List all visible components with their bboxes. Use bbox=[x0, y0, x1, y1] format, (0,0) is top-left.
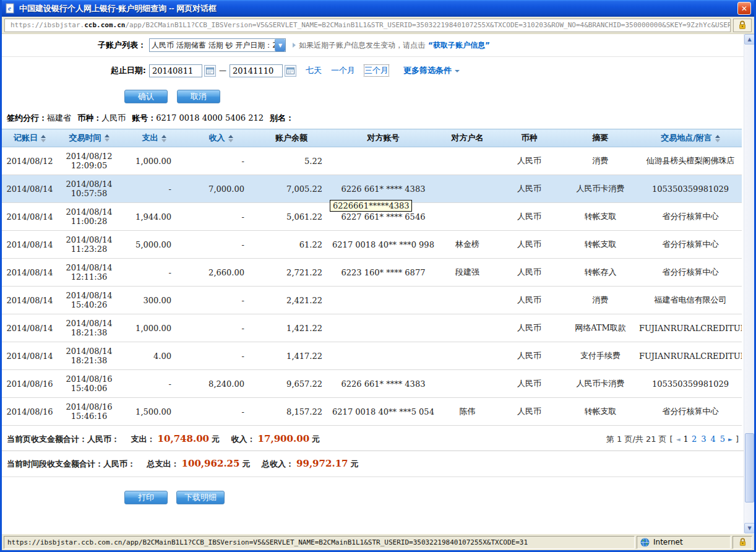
cell: 2014/08/16 bbox=[2, 398, 58, 426]
scroll-up-icon[interactable]: ▲ bbox=[744, 34, 754, 45]
bullet-triangle-icon bbox=[293, 43, 296, 48]
download-details-button[interactable]: 下载明细 bbox=[176, 491, 225, 504]
table-row[interactable]: 2014/08/142014/08/1418:21:384.00-1,417.2… bbox=[2, 342, 742, 370]
cell: 人民币 bbox=[497, 287, 562, 314]
table-body: 2014/08/122014/08/1212:09:051,000.00-5.2… bbox=[2, 147, 742, 426]
chevron-down-icon[interactable]: ▼ bbox=[275, 39, 285, 51]
cell: 转帐支取 bbox=[562, 398, 639, 426]
table-row[interactable]: 2014/08/162014/08/1615:46:161,500.00-8,1… bbox=[2, 398, 742, 426]
cell: 人民币 bbox=[497, 342, 562, 370]
column-header-6: 对方户名 bbox=[438, 129, 497, 147]
bracket-close: ] bbox=[736, 434, 739, 444]
table-row[interactable]: 2014/08/142014/08/1418:21:381,000.00-1,4… bbox=[2, 314, 742, 342]
column-header-0[interactable]: 记账日 bbox=[2, 129, 58, 147]
cell: 2014/08/1415:40:26 bbox=[58, 287, 121, 314]
cell: 2,660.00 bbox=[187, 259, 254, 287]
cell: 段建强 bbox=[438, 259, 497, 287]
action-buttons-row: 打印 下载明细 bbox=[2, 491, 744, 504]
cell: 省分行核算中心 bbox=[639, 259, 742, 287]
cell: 2014/08/14 bbox=[2, 287, 58, 314]
calendar-to-button[interactable] bbox=[285, 65, 296, 77]
close-button[interactable]: ✕ bbox=[737, 2, 751, 15]
range-link-1month[interactable]: 一个月 bbox=[331, 65, 355, 76]
sort-icon[interactable] bbox=[228, 135, 233, 142]
refresh-subaccount-link[interactable]: “获取子账户信息” bbox=[428, 40, 490, 51]
cell: 105350359981029 bbox=[639, 175, 742, 203]
sort-icon[interactable] bbox=[715, 135, 720, 142]
cell: 1,417.22 bbox=[254, 342, 329, 370]
cell: 2,421.22 bbox=[254, 287, 329, 314]
page-count-text: 第 1 页/共 21 页 bbox=[606, 434, 667, 445]
cell: 人民币 bbox=[497, 398, 562, 426]
column-header-9[interactable]: 交易地点/附言 bbox=[639, 129, 742, 147]
account-label: 账号： bbox=[132, 113, 156, 123]
calendar-from-button[interactable] bbox=[204, 65, 216, 77]
current-page: 1 bbox=[684, 434, 689, 444]
sort-icon[interactable] bbox=[105, 134, 110, 142]
cell: - bbox=[121, 370, 187, 398]
column-header-1[interactable]: 交易时间 bbox=[58, 129, 121, 147]
range-link-7days[interactable]: 七天 bbox=[306, 65, 322, 76]
page-link-2[interactable]: 2 bbox=[692, 434, 697, 444]
cell: 5.22 bbox=[254, 147, 329, 175]
cancel-button[interactable]: 取消 bbox=[177, 90, 220, 103]
print-button[interactable]: 打印 bbox=[124, 491, 168, 504]
cell: 省分行核算中心 bbox=[639, 398, 742, 426]
table-row[interactable]: 2014/08/122014/08/1212:09:051,000.00-5.2… bbox=[2, 147, 742, 175]
period-out-amount: 100,962.25 bbox=[182, 458, 240, 469]
window-title: 中国建设银行个人网上银行-账户明细查询 -- 网页对话框 bbox=[19, 3, 734, 14]
prev-page-icon[interactable]: ◄ bbox=[676, 436, 681, 442]
status-lock-zone bbox=[732, 536, 752, 549]
subaccount-selected-value: 人民币 活期储蓄 活期 钞 开户日期：20140409 bbox=[150, 40, 275, 51]
subaccount-select[interactable]: 人民币 活期储蓄 活期 钞 开户日期：20140409 ▼ bbox=[149, 38, 286, 52]
cell: 消费 bbox=[562, 147, 639, 175]
table-row[interactable]: 2014/08/142014/08/1415:40:26300.00-2,421… bbox=[2, 287, 742, 314]
cell: 消费 bbox=[562, 287, 639, 314]
column-header-3[interactable]: 收入 bbox=[187, 129, 254, 147]
cell: 转帐支取 bbox=[562, 231, 639, 259]
table-row[interactable]: 2014/08/142014/08/1411:23:285,000.00-61.… bbox=[2, 231, 742, 259]
column-header-2[interactable]: 支出 bbox=[121, 129, 187, 147]
period-summary-row: 当前时间段收支金额合计：人民币： 总支出：100,962.25元 总收入：99,… bbox=[2, 451, 744, 477]
status-url: https://ibsbjstar.ccb.com.cn/app/B2CMain… bbox=[7, 538, 528, 546]
table-row[interactable]: 2014/08/162014/08/1615:40:06-8,240.009,6… bbox=[2, 370, 742, 398]
cell: - bbox=[187, 287, 254, 314]
table-row[interactable]: 2014/08/142014/08/1410:57:58-7,000.007,0… bbox=[2, 175, 742, 203]
page-link-4[interactable]: 4 bbox=[710, 434, 715, 444]
period-in-amount: 99,972.17 bbox=[296, 458, 348, 469]
sort-icon[interactable] bbox=[161, 135, 166, 142]
form-buttons-row: 确认 取消 bbox=[2, 90, 744, 103]
address-field[interactable]: https://ibsbjstar.ccb.com.cn/app/B2CMain… bbox=[4, 19, 731, 32]
cell: - bbox=[187, 342, 254, 370]
page-link-5[interactable]: 5 bbox=[720, 434, 725, 444]
range-link-3months[interactable]: 三个月 bbox=[364, 65, 389, 76]
cell: 2014/08/14 bbox=[2, 175, 58, 203]
confirm-button[interactable]: 确认 bbox=[124, 90, 168, 103]
vertical-scrollbar[interactable]: ▲ ▼ bbox=[744, 34, 754, 533]
scroll-down-icon[interactable]: ▼ bbox=[744, 523, 754, 533]
table-row[interactable]: 2014/08/142014/08/1412:11:36-2,660.002,7… bbox=[2, 259, 742, 287]
cell: 仙游县榜头檀梨阁佛珠店 bbox=[639, 147, 742, 175]
date-to-input[interactable] bbox=[230, 64, 283, 77]
more-filters-link[interactable]: 更多筛选条件 bbox=[403, 65, 460, 76]
cell: 转帐存入 bbox=[562, 259, 639, 287]
cell: - bbox=[121, 175, 187, 203]
cell bbox=[438, 314, 497, 342]
status-url-field: https://ibsbjstar.ccb.com.cn/app/B2CMain… bbox=[4, 536, 635, 549]
next-page-icon[interactable]: ► bbox=[728, 436, 732, 442]
cell: 陈伟 bbox=[438, 398, 497, 426]
calendar-icon bbox=[286, 67, 294, 74]
subaccount-notice: 如果近期子账户信息发生变动，请点击 “获取子账户信息” bbox=[293, 40, 490, 51]
cell: 网络ATM取款 bbox=[562, 314, 639, 342]
cell: 人民币卡消费 bbox=[562, 370, 639, 398]
cell: 人民币 bbox=[497, 231, 562, 259]
svg-text:e: e bbox=[8, 4, 11, 12]
sort-icon[interactable] bbox=[41, 135, 46, 142]
account-number: 6217 0018 4000 5406 212 bbox=[156, 113, 264, 123]
page-link-3[interactable]: 3 bbox=[701, 434, 706, 444]
scrollbar-thumb[interactable] bbox=[745, 433, 754, 502]
cell: - bbox=[187, 231, 254, 259]
page-content: 子账户列表： 人民币 活期储蓄 活期 钞 开户日期：20140409 ▼ 如果近… bbox=[2, 34, 754, 533]
date-range-row: 起止日期: — bbox=[2, 63, 744, 78]
date-from-input[interactable] bbox=[149, 64, 202, 77]
